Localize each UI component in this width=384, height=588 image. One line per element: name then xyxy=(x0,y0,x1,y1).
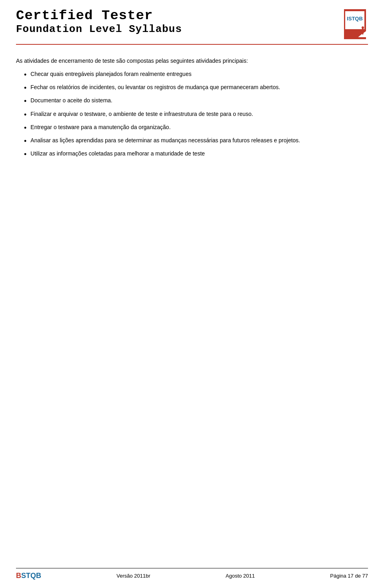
list-item-text: Fechar os relatórios de incidentes, ou l… xyxy=(30,83,368,92)
intro-paragraph: As atividades de encerramento de teste s… xyxy=(16,57,368,65)
footer-page: Página 17 de 77 xyxy=(330,573,368,579)
svg-point-2 xyxy=(362,26,364,29)
list-item: Entregar o testware para a manutenção da… xyxy=(16,123,368,133)
list-item: Fechar os relatórios de incidentes, ou l… xyxy=(16,83,368,93)
footer-version: Versão 2011br xyxy=(116,573,150,579)
footer-logo-stqb: STQB xyxy=(21,572,41,580)
list-item-text: Checar quais entregáveis planejados fora… xyxy=(30,70,368,78)
list-item: Analisar as lições aprendidas para se de… xyxy=(16,136,368,146)
list-item-text: Utilizar as informações coletadas para m… xyxy=(30,149,368,158)
list-item: Documentar o aceite do sistema. xyxy=(16,96,368,106)
list-item: Utilizar as informações coletadas para m… xyxy=(16,149,368,159)
list-item-text: Entregar o testware para a manutenção da… xyxy=(30,123,368,132)
document-title-2: Foundation Level Syllabus xyxy=(16,23,182,35)
footer-logo: B STQB xyxy=(16,572,41,580)
logo-svg: ISTQB xyxy=(322,9,366,39)
main-content: As atividades de encerramento de teste s… xyxy=(16,53,368,167)
header-titles: Certified Tester Foundation Level Syllab… xyxy=(16,8,182,35)
list-item-text: Finalizar e arquivar o testware, o ambie… xyxy=(30,110,368,118)
istqb-logo: ISTQB xyxy=(320,8,368,40)
list-item: Finalizar e arquivar o testware, o ambie… xyxy=(16,110,368,120)
header: Certified Tester Foundation Level Syllab… xyxy=(16,8,368,45)
svg-text:ISTQB: ISTQB xyxy=(347,16,363,22)
footer: B STQB Versão 2011br Agosto 2011 Página … xyxy=(16,568,368,580)
footer-date: Agosto 2011 xyxy=(226,573,255,579)
list-item-text: Documentar o aceite do sistema. xyxy=(30,96,368,105)
list-item-text: Analisar as lições aprendidas para se de… xyxy=(30,136,368,145)
bullet-list: Checar quais entregáveis planejados fora… xyxy=(16,70,368,159)
footer-logo-b: B xyxy=(16,572,21,580)
list-item: Checar quais entregáveis planejados fora… xyxy=(16,70,368,80)
document-title-1: Certified Tester xyxy=(16,8,182,23)
page-container: Certified Tester Foundation Level Syllab… xyxy=(0,0,384,588)
